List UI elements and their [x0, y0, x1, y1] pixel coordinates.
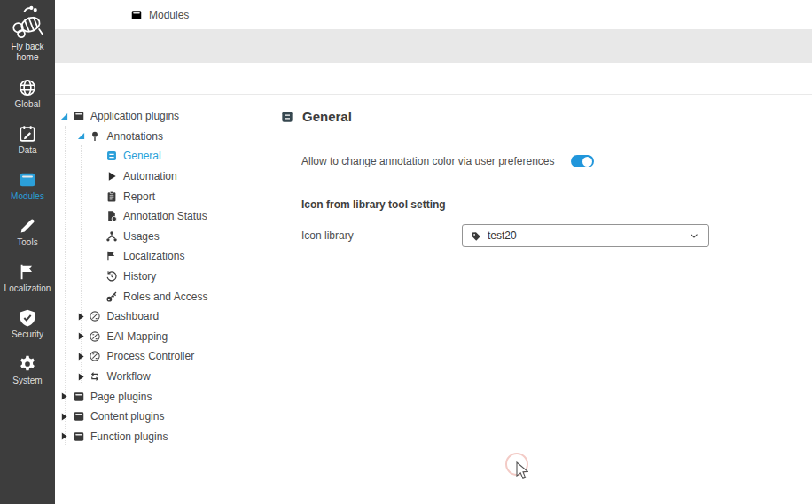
tree-item-annotation-status[interactable]: Annotation Status: [55, 206, 262, 227]
pencil-icon: [18, 216, 37, 236]
pin-icon: [89, 129, 102, 143]
tree-item-label: Annotations: [107, 130, 163, 143]
tree-item-eai-mapping[interactable]: EAI Mapping: [55, 327, 262, 347]
sidebar-nav: GlobalDataModulesToolsLocalizationSecuri…: [0, 70, 55, 392]
tree-item-label: Process Controller: [107, 350, 195, 362]
tree-collapsed-toggle-icon[interactable]: [59, 411, 70, 423]
chevron-down-icon[interactable]: [688, 229, 700, 242]
flag-icon: [18, 262, 37, 282]
tree-item-label: Report: [123, 190, 155, 203]
tree-item-localizations[interactable]: Localizations: [55, 246, 262, 267]
sidebar-item-localization[interactable]: Localization: [0, 254, 55, 300]
tree-item-label: Page plugins: [90, 391, 152, 403]
module-icon: [18, 170, 37, 190]
tree-item-label: Automation: [123, 170, 177, 182]
tree-item-process-controller[interactable]: Process Controller: [55, 346, 262, 367]
general-section-icon: [280, 110, 294, 124]
tree-item-label: General: [123, 150, 161, 162]
tree-collapsed-toggle-icon[interactable]: [59, 430, 70, 442]
tree-expanded-toggle-icon[interactable]: [59, 111, 70, 122]
tree-item-label: History: [123, 270, 156, 283]
tree-item-automation[interactable]: Automation: [55, 167, 262, 187]
history-icon: [105, 270, 118, 283]
subheader-strip: [55, 63, 812, 95]
tree-collapsed-toggle-icon[interactable]: [75, 371, 87, 383]
tree-item-history[interactable]: History: [55, 267, 262, 287]
bee-logo-icon: [9, 4, 46, 42]
tree-toggle-spacer: [91, 271, 103, 283]
module-icon: [72, 430, 85, 443]
tree-item-label: Usages: [123, 230, 160, 243]
tree-item-usages[interactable]: Usages: [55, 227, 262, 247]
icon-library-label: Icon library: [301, 229, 354, 242]
right-region: Modules Application pluginsAnnotationsGe…: [55, 0, 812, 504]
tree-item-content-plugins[interactable]: Content plugins: [55, 407, 262, 427]
tree-item-page-plugins[interactable]: Page plugins: [55, 386, 262, 407]
sidebar-item-data[interactable]: Data: [0, 116, 55, 162]
icon-library-select[interactable]: test20: [462, 224, 709, 247]
clipboard-icon: [105, 190, 118, 203]
panel-title: Modules: [149, 9, 189, 21]
tree-toggle-spacer: [91, 230, 103, 242]
tree-item-label: Roles and Access: [123, 291, 207, 303]
panel-header: Modules: [55, 0, 812, 29]
settings-content: General Allow to change annotation color…: [262, 95, 812, 504]
tree-item-general[interactable]: General: [55, 146, 262, 167]
sidebar-item-security[interactable]: Security: [0, 300, 55, 346]
page-title: General: [280, 109, 352, 124]
annotation-color-toggle[interactable]: [571, 155, 594, 167]
navigation-tree: Application pluginsAnnotationsGeneralAut…: [55, 95, 262, 504]
tree-item-report[interactable]: Report: [55, 186, 262, 206]
tree-item-label: EAI Mapping: [107, 330, 168, 343]
tree-item-roles-and-access[interactable]: Roles and Access: [55, 286, 262, 306]
shield-check-icon: [18, 308, 37, 328]
tree-toggle-spacer: [91, 171, 103, 182]
main-area: Application pluginsAnnotationsGeneralAut…: [55, 95, 812, 504]
tree-toggle-spacer: [91, 151, 103, 162]
module-icon: [72, 110, 85, 123]
form-icon: [105, 150, 118, 163]
play-icon: [105, 170, 118, 183]
home-logo-label: Fly back home: [9, 42, 46, 63]
tree-toggle-spacer: [91, 190, 103, 202]
sidebar-item-modules[interactable]: Modules: [0, 162, 55, 208]
key-icon: [105, 290, 118, 303]
sidebar-item-label: Tools: [17, 237, 37, 247]
home-logo[interactable]: Fly back home: [9, 4, 46, 63]
sidebar-item-label: System: [12, 376, 42, 385]
tree-expanded-toggle-icon[interactable]: [75, 130, 87, 142]
sidebar-item-label: Modules: [11, 191, 44, 201]
tree-item-label: Workflow: [107, 370, 151, 383]
module-icon: [72, 410, 85, 423]
tree-collapsed-toggle-icon[interactable]: [59, 391, 70, 402]
tree-collapsed-toggle-icon[interactable]: [75, 311, 87, 322]
plugin-icon: [89, 330, 102, 343]
tree-item-workflow[interactable]: Workflow: [55, 367, 262, 387]
module-icon: [72, 390, 85, 403]
tree-toggle-spacer: [91, 211, 103, 222]
share-icon: [105, 229, 118, 243]
modules-header-icon: [130, 9, 143, 21]
tree-toggle-spacer: [91, 291, 103, 302]
tree-collapsed-toggle-icon[interactable]: [75, 351, 87, 362]
tree-item-dashboard[interactable]: Dashboard: [55, 306, 262, 327]
tree-item-label: Localizations: [123, 250, 184, 262]
tree-item-label: Content plugins: [90, 410, 164, 423]
sidebar-item-global[interactable]: Global: [0, 70, 55, 116]
tree-toggle-spacer: [91, 251, 103, 262]
tree-item-function-plugins[interactable]: Function plugins: [55, 427, 262, 447]
toggle-knob: [582, 157, 592, 167]
mouse-cursor: [516, 461, 528, 481]
gear-icon: [18, 354, 37, 374]
tree-item-annotations[interactable]: Annotations: [55, 127, 262, 147]
plugin-icon: [89, 350, 102, 363]
toolbar-strip: [55, 29, 812, 63]
tag-icon: [471, 230, 482, 242]
sidebar-item-label: Security: [12, 330, 43, 339]
tree-item-application-plugins[interactable]: Application plugins: [55, 106, 262, 127]
sidebar-item-tools[interactable]: Tools: [0, 208, 55, 254]
sidebar-item-system[interactable]: System: [0, 346, 55, 392]
calendar-edit-icon: [18, 124, 37, 143]
tree-item-label: Function plugins: [90, 430, 168, 443]
tree-collapsed-toggle-icon[interactable]: [75, 330, 87, 342]
